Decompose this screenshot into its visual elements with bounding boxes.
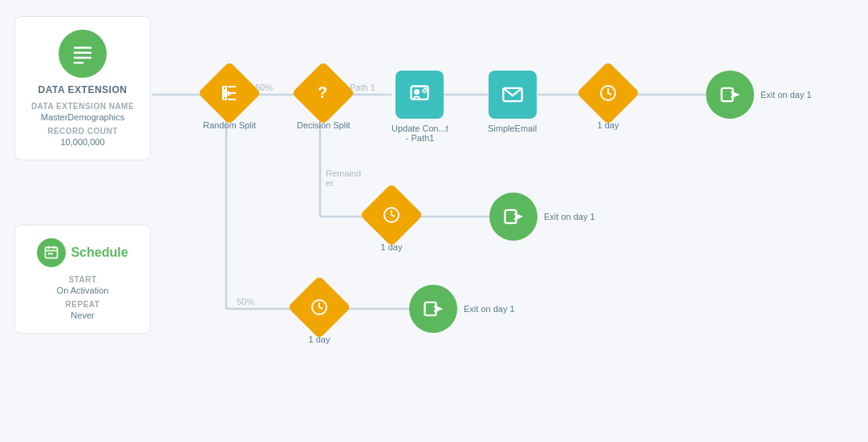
- simple-email-node[interactable]: SimpleEmail: [488, 71, 537, 133]
- data-extension-name-label: DATA EXTENSION NAME: [25, 102, 140, 111]
- data-extension-card: DATA EXTENSION DATA EXTENSION NAME Maste…: [14, 16, 151, 160]
- svg-text:?: ?: [318, 83, 327, 101]
- data-extension-title: DATA EXTENSION: [25, 84, 140, 95]
- svg-rect-21: [51, 253, 53, 255]
- wait-mid-icon: [382, 205, 401, 225]
- email-icon: [501, 83, 524, 106]
- list-icon: [71, 42, 95, 66]
- schedule-repeat-label: REPEAT: [25, 300, 140, 309]
- svg-point-25: [414, 89, 420, 95]
- schedule-start-label: START: [25, 275, 140, 284]
- data-extension-count-label: RECORD COUNT: [25, 127, 140, 136]
- random-split-diamond[interactable]: ⇌: [197, 61, 261, 124]
- wait-top-node[interactable]: 1 day: [586, 71, 631, 130]
- random-split-node[interactable]: ⇌ Random Split: [203, 71, 256, 130]
- schedule-icon: [37, 238, 66, 267]
- svg-rect-31: [505, 210, 517, 223]
- update-contact-icon: [408, 83, 431, 106]
- svg-text:⇌: ⇌: [221, 87, 231, 100]
- svg-rect-34: [425, 302, 436, 315]
- calendar-icon: [43, 245, 59, 261]
- pct-50-bot-label: 50%: [237, 297, 254, 306]
- path1-label: Path 1: [350, 83, 375, 92]
- data-extension-name-value: MasterDemographics: [25, 112, 140, 122]
- update-contact-box[interactable]: [395, 71, 444, 119]
- exit-bot-icon: [422, 298, 444, 320]
- exit-mid-node[interactable]: Exit on day 1: [489, 193, 595, 241]
- exit-bot-label: Exit on day 1: [464, 304, 515, 314]
- svg-rect-12: [74, 47, 92, 49]
- update-contact-label: Update Con...t - Path1: [391, 124, 448, 143]
- simple-email-label: SimpleEmail: [488, 124, 537, 133]
- exit-bot-node[interactable]: Exit on day 1: [409, 285, 515, 333]
- data-extension-icon: [59, 30, 107, 78]
- update-contact-node[interactable]: Update Con...t - Path1: [391, 71, 448, 143]
- wait-top-diamond[interactable]: [576, 61, 639, 124]
- wait-mid-diamond[interactable]: [359, 183, 423, 246]
- svg-rect-15: [74, 62, 84, 64]
- svg-rect-13: [74, 52, 92, 55]
- wait-bot-diamond[interactable]: [287, 275, 351, 339]
- exit-top-label: Exit on day 1: [761, 90, 812, 99]
- svg-rect-28: [722, 88, 733, 101]
- exit-mid-icon: [502, 205, 525, 228]
- decision-split-node[interactable]: ? Decision Split: [297, 71, 351, 130]
- wait-mid-node[interactable]: 1 day: [369, 193, 414, 252]
- remainder-label: Remainder: [326, 168, 361, 188]
- exit-top-circle[interactable]: [706, 71, 754, 119]
- svg-rect-14: [74, 57, 92, 59]
- data-extension-count-value: 10,000,000: [25, 137, 140, 147]
- schedule-header: Schedule: [25, 238, 140, 267]
- svg-rect-20: [48, 253, 51, 255]
- exit-bot-circle[interactable]: [409, 285, 457, 333]
- wait-bot-node[interactable]: 1 day: [297, 285, 342, 344]
- simple-email-box[interactable]: [489, 71, 537, 119]
- decision-split-diamond[interactable]: ?: [292, 61, 355, 124]
- random-split-icon: ⇌: [220, 83, 239, 103]
- exit-top-node[interactable]: Exit on day 1: [706, 71, 812, 119]
- exit-mid-label: Exit on day 1: [544, 212, 595, 221]
- decision-split-icon: ?: [314, 83, 333, 103]
- schedule-card: Schedule START On Activation REPEAT Neve…: [14, 225, 151, 334]
- pct-50-top-label: 50%: [255, 83, 273, 92]
- schedule-repeat-value: Never: [25, 310, 140, 320]
- schedule-start-value: On Activation: [25, 286, 140, 295]
- exit-mid-circle[interactable]: [489, 193, 537, 241]
- canvas: DATA EXTENSION DATA EXTENSION NAME Maste…: [0, 0, 868, 442]
- schedule-title: Schedule: [71, 245, 128, 260]
- wait-bot-icon: [310, 298, 329, 317]
- wait-top-icon: [598, 83, 618, 103]
- exit-top-icon: [719, 83, 741, 106]
